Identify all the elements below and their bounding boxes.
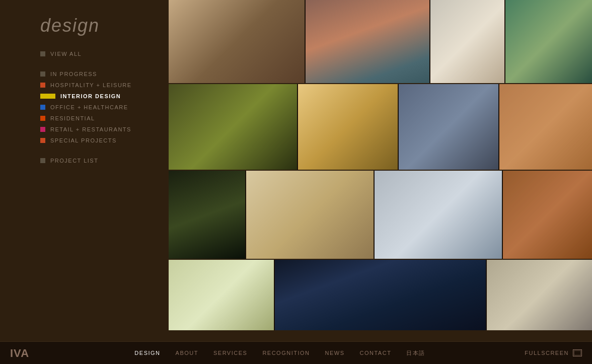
grid-item[interactable] — [487, 260, 592, 330]
sidebar-item-label: HOSPITALITY + LEISURE — [50, 82, 132, 88]
logo[interactable]: IVA — [10, 346, 35, 360]
grid-item[interactable] — [169, 84, 297, 170]
svg-text:IVA: IVA — [10, 347, 29, 359]
dot-icon — [40, 116, 45, 121]
sidebar-divider2 — [40, 146, 159, 155]
dot-icon — [40, 51, 45, 56]
grid-item[interactable] — [399, 84, 498, 170]
bottom-nav: IVA DESIGN ABOUT SERVICES RECOGNITION NE… — [0, 341, 592, 364]
nav-link-recognition[interactable]: RECOGNITION — [262, 350, 310, 356]
sidebar-item-interior-design[interactable]: INTERIOR DESIGN — [40, 91, 159, 102]
sidebar-item-label: IN PROGRESS — [50, 71, 97, 77]
image-row-3 — [169, 171, 592, 259]
sidebar: design VIEW ALL IN PROGRESS HOSPITALITY … — [0, 0, 169, 341]
nav-links: DESIGN ABOUT SERVICES RECOGNITION NEWS C… — [134, 349, 425, 357]
dot-icon — [40, 71, 45, 77]
svg-rect-1 — [574, 350, 581, 355]
sidebar-item-label: RESIDENTIAL — [50, 115, 95, 121]
grid-item[interactable] — [306, 0, 429, 83]
image-row-2 — [169, 84, 592, 170]
grid-item[interactable] — [505, 0, 592, 83]
grid-item[interactable] — [499, 84, 592, 170]
content-area[interactable] — [169, 0, 592, 341]
grid-item[interactable] — [275, 260, 486, 330]
sidebar-item-special[interactable]: SPECIAL PROJECTS — [40, 135, 159, 146]
sidebar-title: design — [40, 15, 159, 36]
nav-link-japanese[interactable]: 日本語 — [406, 349, 425, 357]
grid-item[interactable] — [169, 260, 274, 330]
dot-icon — [40, 83, 45, 88]
sidebar-item-hospitality[interactable]: HOSPITALITY + LEISURE — [40, 80, 159, 91]
sidebar-item-label: RETAIL + RESTAURANTS — [50, 126, 131, 132]
sidebar-item-label: OFFICE + HEALTHCARE — [50, 104, 128, 110]
grid-item[interactable] — [503, 171, 592, 259]
sidebar-item-view-all[interactable]: VIEW ALL — [40, 48, 159, 59]
image-row-1 — [169, 0, 592, 83]
nav-link-services[interactable]: SERVICES — [213, 350, 247, 356]
fullscreen-control[interactable]: FULLSCREEN — [525, 349, 582, 356]
dot-icon — [40, 94, 55, 99]
fullscreen-icon[interactable] — [573, 349, 582, 356]
main-area: design VIEW ALL IN PROGRESS HOSPITALITY … — [0, 0, 592, 341]
sidebar-divider — [40, 59, 159, 68]
nav-link-news[interactable]: NEWS — [325, 350, 345, 356]
grid-item[interactable] — [246, 171, 374, 259]
logo-svg: IVA — [10, 346, 35, 360]
nav-link-about[interactable]: ABOUT — [176, 350, 198, 356]
grid-item[interactable] — [430, 0, 504, 83]
dot-icon — [40, 105, 45, 110]
sidebar-item-office[interactable]: OFFICE + HEALTHCARE — [40, 102, 159, 113]
grid-item[interactable] — [169, 171, 245, 259]
fullscreen-label: FULLSCREEN — [525, 350, 569, 356]
nav-link-design[interactable]: DESIGN — [134, 350, 160, 356]
sidebar-item-label: VIEW ALL — [50, 51, 82, 57]
fullscreen-arrows-icon — [574, 350, 581, 355]
dot-icon — [40, 138, 45, 143]
sidebar-item-project-list[interactable]: PROJECT LIST — [40, 155, 159, 166]
sidebar-item-label: INTERIOR DESIGN — [60, 93, 121, 99]
dot-icon — [40, 127, 45, 132]
grid-item[interactable] — [375, 171, 502, 259]
nav-link-contact[interactable]: CONTACT — [360, 350, 392, 356]
dot-icon — [40, 158, 45, 163]
sidebar-item-in-progress[interactable]: IN PROGRESS — [40, 68, 159, 80]
sidebar-item-retail[interactable]: RETAIL + RESTAURANTS — [40, 124, 159, 135]
sidebar-item-label: SPECIAL PROJECTS — [50, 137, 117, 143]
grid-item[interactable] — [169, 0, 305, 83]
grid-item[interactable] — [298, 84, 398, 170]
sidebar-item-residential[interactable]: RESIDENTIAL — [40, 113, 159, 124]
sidebar-item-label: PROJECT LIST — [50, 158, 98, 164]
image-row-4 — [169, 260, 592, 330]
